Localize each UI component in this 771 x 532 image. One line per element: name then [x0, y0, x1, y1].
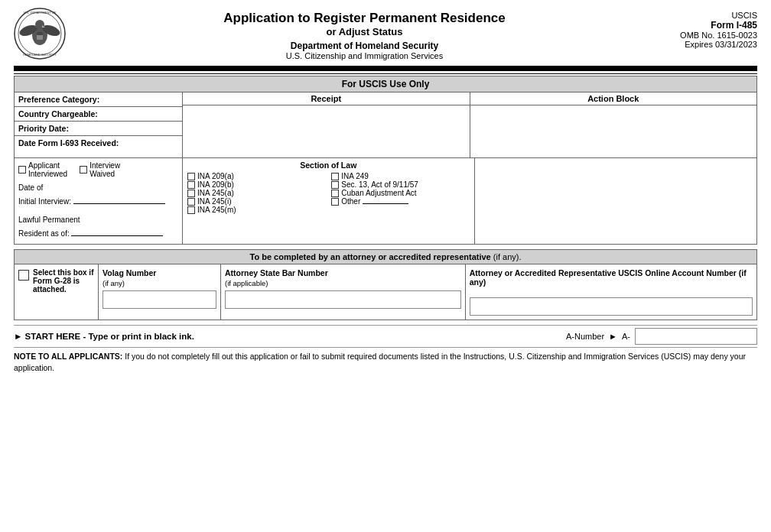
bar-number-input[interactable] — [225, 290, 461, 309]
thick-divider — [14, 66, 757, 71]
svg-rect-8 — [37, 32, 43, 35]
form-title-line1: Application to Register Permanent Reside… — [71, 11, 658, 26]
section-of-law-title: Section of Law — [187, 161, 470, 170]
omb-number: OMB No. 1615-0023 — [658, 31, 757, 40]
volag-sublabel: (if any) — [102, 279, 216, 287]
sol-col2: INA 249 Sec. 13, Act of 9/11/57 Cuban Ad… — [331, 172, 469, 214]
action-block-label: Action Block — [470, 92, 757, 105]
start-here-row: ► START HERE - Type or print in black in… — [14, 325, 757, 348]
applicant-interviewed-checkbox[interactable] — [18, 166, 26, 174]
volag-number-col: Volag Number (if any) — [99, 264, 221, 320]
sol-ina245a: INA 245(a) — [187, 189, 325, 197]
uscis-account-input[interactable] — [470, 297, 753, 316]
field-priority-date: Priority Date: — [15, 122, 182, 136]
interview-checkboxes-row: ApplicantInterviewed InterviewWaived — [18, 161, 178, 178]
dhs-logo-icon: U.S. DEPARTMENT OF HOMELAND SECURITY — [14, 8, 66, 60]
header-right: USCIS Form I-485 OMB No. 1615-0023 Expir… — [658, 8, 757, 49]
expires-date: Expires 03/31/2023 — [658, 40, 757, 49]
bar-number-label: Attorney State Bar Number — [225, 268, 461, 277]
agency-name: U.S. Citizenship and Immigration Service… — [71, 51, 658, 60]
note-section: NOTE TO ALL APPLICANTS: If you do not co… — [14, 351, 757, 373]
sol-other: Other — [331, 197, 469, 206]
other-checkbox[interactable] — [331, 198, 339, 206]
action-block-column: Action Block — [470, 92, 757, 157]
ina-209b-checkbox[interactable] — [187, 181, 195, 189]
a-prefix-label: A- — [622, 332, 630, 341]
cuban-adjustment-label: Cuban Adjustment Act — [341, 189, 416, 197]
sol-cuban-adjustment: Cuban Adjustment Act — [331, 189, 469, 197]
uscis-main-row: Preference Category: Country Chargeable:… — [15, 92, 756, 157]
receipt-column: Receipt — [183, 92, 470, 157]
uscis-label: USCIS — [658, 11, 757, 20]
ina-209a-checkbox[interactable] — [187, 173, 195, 180]
attorney-section-header: To be completed by an attorney or accred… — [15, 250, 756, 264]
form-title-line2: or Adjust Status — [71, 26, 658, 37]
ina-245m-label: INA 245(m) — [197, 206, 236, 214]
ina-249-checkbox[interactable] — [331, 173, 339, 180]
sol-col1: INA 209(a) INA 209(b) INA 245(a) INA 245… — [187, 172, 325, 214]
a-number-label: A-Number — [566, 332, 604, 341]
attorney-bar-col: Attorney State Bar Number (if applicable… — [221, 264, 466, 320]
page-header: U.S. DEPARTMENT OF HOMELAND SECURITY App… — [14, 8, 757, 61]
sol-grid: INA 209(a) INA 209(b) INA 245(a) INA 245… — [187, 172, 470, 214]
thin-divider — [14, 73, 757, 74]
a-number-input[interactable] — [635, 328, 757, 345]
sol-ina245m: INA 245(m) — [187, 206, 325, 214]
applicant-interviewed-label: ApplicantInterviewed — [28, 161, 67, 178]
field-date-i693: Date Form I-693 Received: — [15, 136, 182, 150]
lawful-resident-date: Lawful PermanentResident as of: — [18, 213, 178, 241]
a-number-area: A-Number ► A- — [566, 328, 757, 345]
interview-waived-label: InterviewWaived — [89, 161, 120, 178]
sol-sec13: Sec. 13, Act of 9/11/57 — [331, 180, 469, 189]
action-block-area — [470, 105, 757, 157]
sol-ina209a: INA 209(a) — [187, 172, 325, 180]
ina-245i-checkbox[interactable] — [187, 198, 195, 206]
svg-point-5 — [35, 20, 44, 29]
cuban-adjustment-checkbox[interactable] — [331, 190, 339, 197]
a-number-arrow-icon: ► — [609, 332, 617, 341]
applicant-interviewed-item: ApplicantInterviewed — [18, 161, 67, 178]
lawful-resident-field[interactable] — [71, 235, 163, 236]
attorney-section: To be completed by an attorney or accred… — [14, 249, 757, 320]
receipt-area — [183, 105, 470, 157]
initial-interview-field[interactable] — [73, 203, 165, 204]
ina-245i-label: INA 245(i) — [197, 197, 231, 206]
uscis-section-header: For USCIS Use Only — [15, 76, 756, 92]
form-id: Form I-485 — [658, 20, 757, 31]
uscis-left-fields: Preference Category: Country Chargeable:… — [15, 92, 183, 157]
ina-245m-checkbox[interactable] — [187, 206, 195, 214]
dept-name: Department of Homeland Security — [71, 41, 658, 51]
field-preference-category: Preference Category: — [15, 92, 182, 107]
sec13-checkbox[interactable] — [331, 181, 339, 189]
volag-label: Volag Number — [102, 268, 216, 277]
svg-text:HOMELAND SECURITY: HOMELAND SECURITY — [23, 53, 57, 57]
field-country-chargeable: Country Chargeable: — [15, 107, 182, 122]
ina-245a-label: INA 245(a) — [197, 189, 234, 197]
ina-209a-label: INA 209(a) — [197, 172, 234, 180]
bar-number-sublabel: (if applicable) — [225, 279, 461, 287]
svg-text:U.S. DEPARTMENT OF: U.S. DEPARTMENT OF — [24, 11, 57, 15]
start-arrow-icon: ► — [14, 332, 22, 341]
attorney-header-bold: To be completed by an attorney or accred… — [250, 252, 491, 261]
g28-checkbox[interactable] — [18, 270, 29, 281]
ina-245a-checkbox[interactable] — [187, 190, 195, 197]
ina-209b-label: INA 209(b) — [197, 180, 234, 189]
g28-checkbox-col: Select this box if Form G-28 is attached… — [15, 264, 99, 320]
section-of-law-area: ApplicantInterviewed InterviewWaived Dat… — [15, 157, 756, 244]
ina-249-label: INA 249 — [341, 172, 369, 180]
g28-label: Select this box if Form G-28 is attached… — [33, 268, 94, 294]
uscis-account-label: Attorney or Accredited Representative US… — [470, 268, 753, 287]
sol-ina249: INA 249 — [331, 172, 469, 180]
sol-ina245i: INA 245(i) — [187, 197, 325, 206]
volag-input[interactable] — [102, 290, 216, 309]
interview-waived-checkbox[interactable] — [80, 166, 87, 174]
note-label: NOTE TO ALL APPLICANTS: — [14, 352, 122, 361]
start-here-label: START HERE - Type or print in black ink. — [25, 332, 194, 341]
uscis-use-only-section: For USCIS Use Only Preference Category: … — [14, 76, 757, 245]
action-block-lower — [475, 158, 757, 244]
note-content: If you do not completely fill out this a… — [14, 352, 746, 372]
receipt-label: Receipt — [183, 92, 470, 105]
other-label: Other — [341, 197, 408, 206]
sec13-label: Sec. 13, Act of 9/11/57 — [341, 180, 418, 189]
attorney-header-suffix: (if any). — [493, 252, 522, 261]
